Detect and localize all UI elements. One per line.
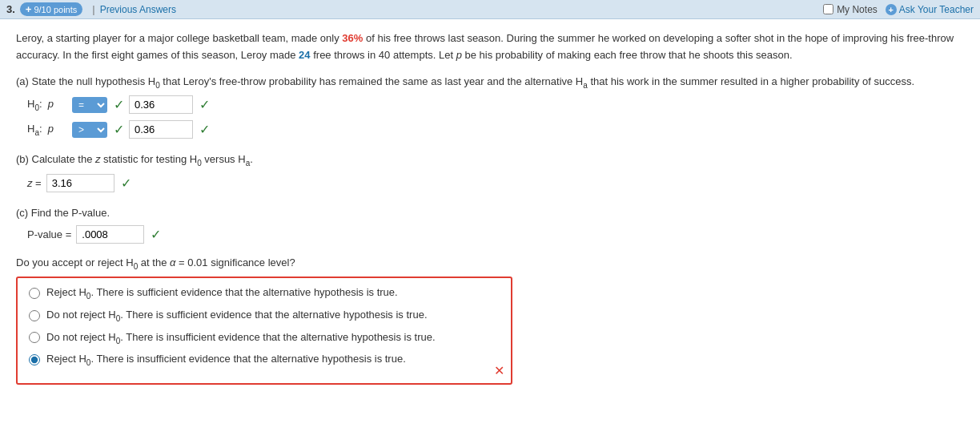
radio-option-1: Reject H0. There is sufficient evidence … <box>29 286 500 301</box>
h0-operator-select[interactable]: = < > ≠ <box>72 97 107 113</box>
ask-teacher-label: Ask Your Teacher <box>899 4 974 15</box>
part-b-label: (b) Calculate the z statistic for testin… <box>16 153 964 168</box>
radio-input-3[interactable] <box>29 332 40 343</box>
close-icon[interactable]: ✕ <box>494 363 504 378</box>
z-label: z = <box>27 177 42 189</box>
ha-value-input[interactable] <box>129 120 193 139</box>
plus-circle-icon: + <box>886 4 897 15</box>
previous-answers-link[interactable]: Previous Answers <box>100 4 176 15</box>
ha-subscript: a <box>34 127 39 136</box>
z-check: ✓ <box>121 176 131 191</box>
radio-option-4: Reject H0. There is insufficient evidenc… <box>29 353 500 367</box>
points-label: 9/10 points <box>34 5 77 14</box>
radio-label-1: Reject H0. There is sufficient evidence … <box>46 286 398 301</box>
right-actions: My Notes + Ask Your Teacher <box>823 4 974 15</box>
h0-sub-opt4: 0 <box>86 358 91 367</box>
part-a-label: (a) State the null hypothesis H0 that Le… <box>16 75 964 90</box>
h0-sub-opt2: 0 <box>116 314 121 323</box>
radio-input-2[interactable] <box>29 310 40 321</box>
problem-text-1: Leroy, a starting player for a major col… <box>16 32 342 44</box>
radio-option-2: Do not reject H0. There is sufficient ev… <box>29 309 500 323</box>
content-area: Leroy, a starting player for a major col… <box>0 19 980 396</box>
pvalue-row: P-value = ✓ <box>27 225 964 244</box>
ha-sub-b: a <box>246 159 251 168</box>
divider: | <box>92 3 94 15</box>
h0-row: H0: p = < > ≠ ✓ ✓ <box>27 95 964 114</box>
part-c-label: (c) Find the P-value. <box>16 207 964 219</box>
radio-label-4: Reject H0. There is insufficient evidenc… <box>46 353 406 367</box>
question-number: 3. <box>6 3 15 15</box>
radio-option-3: Do not reject H0. There is insufficient … <box>29 331 500 345</box>
h0-value-check: ✓ <box>199 97 210 112</box>
made-highlight: 24 <box>299 49 310 61</box>
my-notes-label: My Notes <box>837 4 878 15</box>
ha-operator-check: ✓ <box>114 122 124 137</box>
my-notes-section: My Notes <box>823 4 878 15</box>
significance-question: Do you accept or reject H0 at the α = 0.… <box>16 256 964 271</box>
part-c-text: (c) Find the P-value. <box>16 207 110 219</box>
points-badge: + 9/10 points <box>20 2 82 16</box>
radio-input-1[interactable] <box>29 288 40 299</box>
top-bar: 3. + 9/10 points | Previous Answers My N… <box>0 0 980 19</box>
pvalue-input[interactable] <box>76 225 144 244</box>
radio-label-2: Do not reject H0. There is sufficient ev… <box>46 309 428 323</box>
h0-sub-opt1: 0 <box>86 292 91 301</box>
h0-subscript: 0 <box>34 103 39 111</box>
h0-sub-opt3: 0 <box>116 336 121 345</box>
problem-text-4: be his probability of making each free t… <box>462 49 793 61</box>
ha-label: Ha: p <box>27 123 67 137</box>
z-value-input[interactable] <box>46 174 114 192</box>
my-notes-checkbox[interactable] <box>823 4 833 14</box>
h0-sig-sub: 0 <box>134 261 139 270</box>
part-b-text: (b) Calculate the z statistic for testin… <box>16 153 253 165</box>
pvalue-label: P-value = <box>27 228 71 240</box>
ha-sub-a: a <box>583 80 588 89</box>
ha-row: Ha: p > = < ≠ ✓ ✓ <box>27 120 964 139</box>
radio-group: Reject H0. There is sufficient evidence … <box>16 277 512 384</box>
h0-sub-b: 0 <box>197 159 202 168</box>
z-row: z = ✓ <box>27 174 964 192</box>
problem-text-3: free throws in 40 attempts. Let <box>311 49 456 61</box>
p-variable: p <box>456 49 462 61</box>
radio-input-4[interactable] <box>29 354 40 365</box>
ask-teacher-button[interactable]: + Ask Your Teacher <box>886 4 974 15</box>
h0-label: H0: p <box>27 98 67 112</box>
h0-value-input[interactable] <box>129 95 193 114</box>
problem-text: Leroy, a starting player for a major col… <box>16 30 964 64</box>
ha-value-check: ✓ <box>199 122 210 137</box>
part-a-text: (a) State the null hypothesis H0 that Le… <box>16 75 914 87</box>
h0-sub-a: 0 <box>155 80 160 89</box>
radio-label-3: Do not reject H0. There is insufficient … <box>46 331 436 345</box>
ha-operator-select[interactable]: > = < ≠ <box>72 122 107 138</box>
pvalue-check: ✓ <box>151 227 161 242</box>
percentage-highlight: 36% <box>342 32 363 44</box>
h0-operator-check: ✓ <box>114 97 124 112</box>
